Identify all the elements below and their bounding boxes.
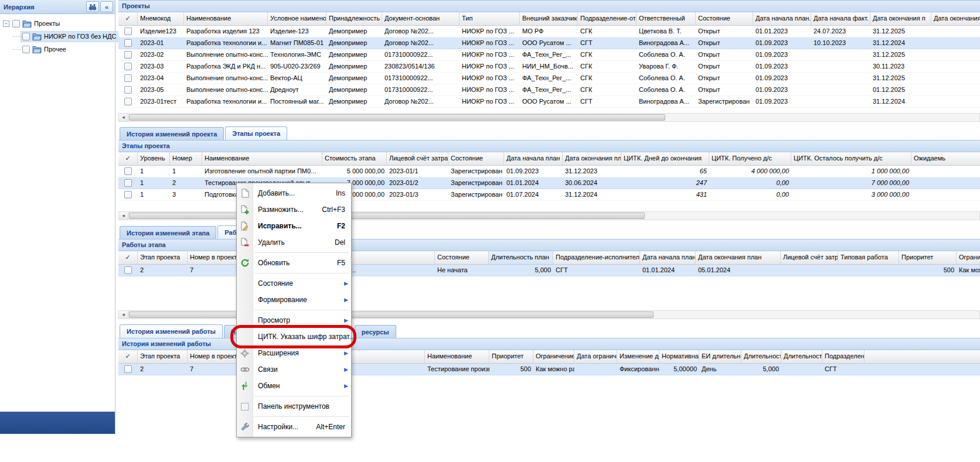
- select-all-header[interactable]: ✓: [118, 152, 138, 166]
- table-row[interactable]: 2023-01тестРазработка технологии и...Пос…: [118, 96, 980, 108]
- scroll-left-arrow[interactable]: ◄: [119, 311, 128, 319]
- menu-item[interactable]: Состояние▶: [237, 275, 351, 292]
- row-checkbox[interactable]: [124, 98, 132, 105]
- column-header[interactable]: ЦИТК. Осталось получить д/с: [791, 152, 911, 166]
- scroll-left-arrow[interactable]: ◄: [119, 114, 128, 121]
- column-header[interactable]: Наименование: [202, 152, 322, 166]
- column-header[interactable]: Длительность фак: [781, 350, 822, 364]
- column-header[interactable]: Внешний заказчик: [520, 12, 578, 26]
- column-header[interactable]: Дата окончания план: [696, 251, 781, 265]
- row-checkbox[interactable]: [124, 179, 132, 187]
- column-header[interactable]: Лицевой счёт затрат.: [387, 152, 448, 166]
- column-header[interactable]: Ограничение: [957, 251, 980, 265]
- column-header[interactable]: Типовая работа: [838, 251, 899, 265]
- column-header[interactable]: Длительность план▼: [489, 251, 553, 265]
- menu-item[interactable]: Панель инструментов: [237, 398, 351, 415]
- column-header[interactable]: Дата начала факт.: [811, 12, 870, 26]
- select-all-header[interactable]: ✓: [118, 350, 138, 364]
- column-header[interactable]: Мнемокод: [138, 12, 184, 26]
- column-header[interactable]: Длительность пла: [741, 350, 781, 364]
- scrollbar-thumb[interactable]: [129, 312, 654, 318]
- column-header[interactable]: Подразделение-и: [822, 350, 865, 364]
- column-header[interactable]: Номер в проекте: [188, 350, 243, 364]
- row-checkbox[interactable]: [124, 191, 132, 199]
- horizontal-scrollbar[interactable]: ◄: [118, 113, 980, 122]
- row-checkbox[interactable]: [124, 51, 132, 59]
- table-row[interactable]: 2023-03Разработка ЭКД и РКД н...905-U020…: [118, 61, 980, 73]
- tree-checkbox[interactable]: [22, 33, 30, 40]
- column-header[interactable]: Приоритет: [899, 251, 957, 265]
- row-checkbox[interactable]: [124, 86, 132, 94]
- menu-item[interactable]: ОбновитьF5: [237, 255, 351, 271]
- tree-checkbox[interactable]: [22, 46, 30, 53]
- tree-item-niokr[interactable]: НИОКР по ГОЗ без НДС: [0, 30, 115, 43]
- tree-item-other[interactable]: Прочее: [0, 43, 115, 56]
- column-header[interactable]: Ожидаемь: [911, 152, 980, 166]
- row-checkbox[interactable]: [124, 365, 132, 373]
- tab-0[interactable]: История изменений этапа: [120, 226, 216, 239]
- column-header[interactable]: Дата окончания п: [870, 12, 931, 26]
- column-header[interactable]: Номер в проекте: [188, 251, 243, 265]
- column-header[interactable]: Стоимость этапа: [322, 152, 387, 166]
- column-header[interactable]: Состояние: [448, 152, 504, 166]
- column-header[interactable]: Этап проекта: [138, 251, 188, 265]
- column-header[interactable]: Нормативная длит: [659, 350, 699, 364]
- tab-2[interactable]: ресурсы: [355, 325, 396, 338]
- menu-item[interactable]: Обмен▶: [237, 378, 351, 394]
- menu-item[interactable]: Расширения▶: [237, 345, 351, 361]
- column-header[interactable]: Подразделение-исполнитель..: [553, 251, 640, 265]
- column-header[interactable]: Документ-основан: [382, 12, 460, 26]
- column-header[interactable]: Дата начала план.: [640, 251, 696, 265]
- column-header[interactable]: Ответственный: [637, 12, 696, 26]
- tab-0[interactable]: История изменений проекта: [120, 127, 224, 140]
- select-all-header[interactable]: ✓: [118, 12, 138, 26]
- scrollbar-thumb[interactable]: [129, 213, 645, 219]
- column-header[interactable]: Лицевой счёт затр: [781, 251, 838, 265]
- menu-item[interactable]: Просмотр▶: [237, 312, 351, 328]
- table-row[interactable]: 11Изготовление опытной партии ПМ0...5 00…: [118, 166, 980, 177]
- column-header[interactable]: Номер: [170, 152, 202, 166]
- menu-item[interactable]: УдалитьDel: [237, 234, 351, 251]
- row-checkbox[interactable]: [124, 167, 132, 175]
- row-checkbox[interactable]: [124, 39, 132, 47]
- column-header[interactable]: Наименование: [425, 350, 489, 364]
- column-header[interactable]: Состояние: [696, 12, 753, 26]
- column-header[interactable]: Дата окончания: [931, 12, 980, 26]
- table-row[interactable]: 2023-02Выполнение опытно-конс...Технолог…: [118, 49, 980, 61]
- column-header[interactable]: Приоритет: [489, 350, 533, 364]
- column-header[interactable]: Состояние: [435, 251, 489, 265]
- tab-1[interactable]: Этапы проекта: [225, 126, 287, 140]
- column-header[interactable]: Тип: [460, 12, 520, 26]
- scroll-left-arrow[interactable]: ◄: [119, 212, 128, 220]
- column-header[interactable]: Условное наименова: [268, 12, 326, 26]
- column-header[interactable]: Изменение длител: [617, 350, 659, 364]
- tab-0[interactable]: История изменений работы: [120, 324, 223, 338]
- menu-item[interactable]: Настройки...Alt+Enter: [237, 419, 351, 435]
- column-header[interactable]: Ограничение: [533, 350, 574, 364]
- column-header[interactable]: Дата начала план: [504, 152, 563, 166]
- menu-item[interactable]: Исправить...F2: [237, 218, 351, 234]
- select-all-header[interactable]: ✓: [118, 251, 138, 265]
- scrollbar-thumb[interactable]: [129, 114, 665, 121]
- collapse-panel-icon[interactable]: «: [100, 1, 113, 12]
- column-header[interactable]: ЦИТК. Дней до окончания: [621, 152, 709, 166]
- column-header[interactable]: Этап проекта: [138, 350, 188, 364]
- menu-item[interactable]: Добавить...Ins: [237, 185, 351, 201]
- menu-item[interactable]: Связи▶: [237, 361, 351, 378]
- table-row[interactable]: 2023-01Разработка технологии и...Магнит …: [118, 37, 980, 49]
- tree-item-projects[interactable]: − Проекты: [0, 17, 115, 30]
- column-header[interactable]: Наименование: [184, 12, 268, 26]
- column-header[interactable]: Подразделение-от: [578, 12, 637, 26]
- search-icon[interactable]: [86, 1, 99, 12]
- row-checkbox[interactable]: [124, 74, 132, 82]
- column-header[interactable]: Дата окончания план: [563, 152, 621, 166]
- menu-item[interactable]: Размножить...Ctrl+F3: [237, 201, 351, 218]
- table-row[interactable]: 2023-04Выполнение опытно-конс...Вектор-А…: [118, 73, 980, 84]
- tree-expand-icon[interactable]: −: [3, 20, 9, 27]
- table-row[interactable]: 2023-05Выполнение опытно-конс...Дредноут…: [118, 84, 980, 96]
- tree-checkbox[interactable]: [12, 20, 20, 28]
- row-checkbox[interactable]: [124, 28, 132, 35]
- column-header[interactable]: Уровень: [138, 152, 170, 166]
- row-checkbox[interactable]: [124, 266, 132, 274]
- table-row[interactable]: Изделие123Разработка изделия 123Изделие-…: [118, 26, 980, 37]
